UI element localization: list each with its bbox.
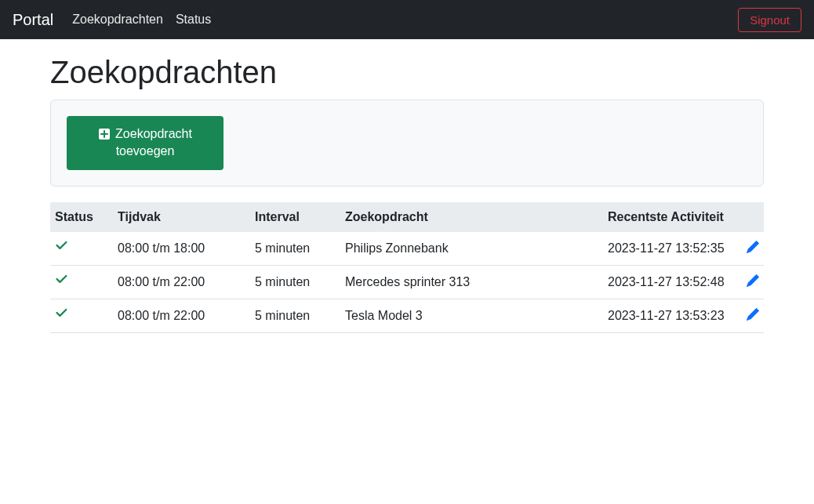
zoekopdrachten-table: Status Tijdvak Interval Zoekopdracht Rec…: [50, 202, 764, 333]
pencil-icon[interactable]: [747, 241, 759, 253]
check-icon: [55, 307, 69, 321]
cell-status: [50, 299, 113, 332]
cell-tijdvak: 08:00 t/m 18:00: [113, 232, 250, 266]
add-button-label-2: toevoegen: [116, 143, 175, 160]
brand-link[interactable]: Portal: [13, 11, 53, 29]
nav-link-zoekopdrachten[interactable]: Zoekopdrachten: [72, 13, 163, 27]
action-card: Zoekopdracht toevoegen: [50, 100, 764, 187]
header-interval: Interval: [250, 202, 340, 232]
cell-edit: [740, 232, 764, 266]
cell-status: [50, 232, 113, 266]
table-row: 08:00 t/m 18:005 minutenPhilips Zonneban…: [50, 232, 764, 266]
header-status: Status: [50, 202, 113, 232]
pencil-icon[interactable]: [747, 308, 759, 321]
add-zoekopdracht-button[interactable]: Zoekopdracht toevoegen: [67, 116, 223, 170]
cell-interval: 5 minuten: [250, 232, 340, 266]
cell-activiteit: 2023-11-27 13:52:35: [603, 232, 740, 266]
table-row: 08:00 t/m 22:005 minutenTesla Model 3202…: [50, 299, 764, 332]
nav-links: Zoekopdrachten Status: [72, 13, 211, 27]
check-icon: [55, 274, 69, 288]
cell-status: [50, 265, 113, 299]
pencil-icon[interactable]: [747, 274, 759, 287]
cell-activiteit: 2023-11-27 13:53:23: [603, 299, 740, 332]
signout-button[interactable]: Signout: [738, 8, 801, 32]
cell-activiteit: 2023-11-27 13:52:48: [603, 265, 740, 299]
cell-zoekopdracht: Tesla Model 3: [340, 299, 603, 332]
nav-link-status[interactable]: Status: [176, 13, 211, 27]
cell-edit: [740, 265, 764, 299]
table-row: 08:00 t/m 22:005 minutenMercedes sprinte…: [50, 265, 764, 299]
header-tijdvak: Tijdvak: [113, 202, 250, 232]
plus-square-icon: [98, 128, 111, 140]
cell-zoekopdracht: Mercedes sprinter 313: [340, 265, 603, 299]
cell-tijdvak: 08:00 t/m 22:00: [113, 299, 250, 332]
cell-interval: 5 minuten: [250, 265, 340, 299]
page-title: Zoekopdrachten: [50, 55, 764, 90]
table-header-row: Status Tijdvak Interval Zoekopdracht Rec…: [50, 202, 764, 232]
cell-interval: 5 minuten: [250, 299, 340, 332]
cell-edit: [740, 299, 764, 332]
header-edit: [740, 202, 764, 232]
navbar: Portal Zoekopdrachten Status Signout: [0, 0, 814, 39]
navbar-left: Portal Zoekopdrachten Status: [13, 11, 211, 29]
add-button-label-1: Zoekopdracht: [115, 125, 192, 143]
check-icon: [55, 240, 69, 254]
header-zoekopdracht: Zoekopdracht: [340, 202, 603, 232]
main-container: Zoekopdrachten Zoekopdracht toevoegen St…: [42, 55, 772, 333]
cell-zoekopdracht: Philips Zonnebank: [340, 232, 603, 266]
cell-tijdvak: 08:00 t/m 22:00: [113, 265, 250, 299]
header-activiteit: Recentste Activiteit: [603, 202, 740, 232]
